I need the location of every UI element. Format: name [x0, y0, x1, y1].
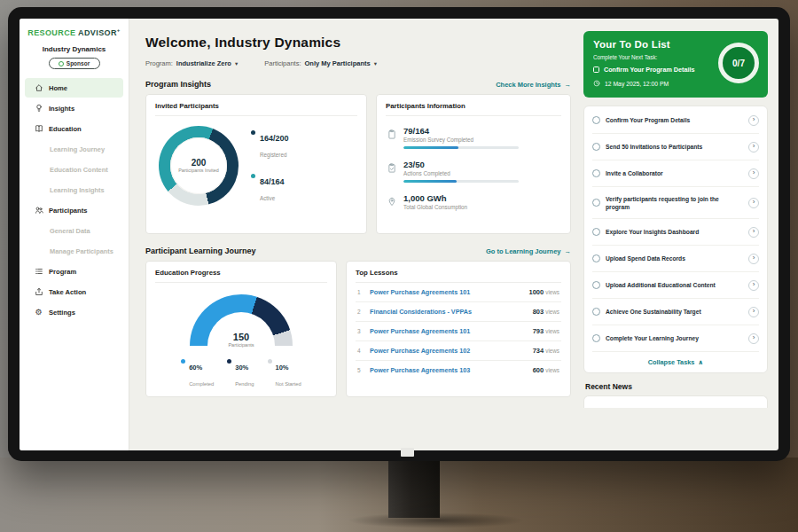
lesson-link[interactable]: Power Purchase Agreements 102 — [370, 347, 527, 355]
check-more-insights-link[interactable]: Check More Insights → — [496, 81, 571, 89]
consumption-value: 1,000 GWh — [403, 193, 467, 203]
chevron-right-icon[interactable]: › — [748, 254, 759, 264]
todo-next-task[interactable]: Confirm Your Program Details — [593, 66, 713, 74]
actions-progress-track — [403, 180, 519, 183]
sidebar-item-learning-journey[interactable]: Learning Journey — [25, 139, 123, 159]
lesson-link[interactable]: Power Purchase Agreements 101 — [370, 327, 527, 335]
collapse-tasks-link[interactable]: Collapse Tasks ∧ — [592, 352, 759, 371]
lesson-row[interactable]: 2 Financial Considerations - VPPAs 803 v… — [356, 302, 561, 322]
legend-item: 10% Not Started — [268, 357, 301, 389]
sidebar-item-participants[interactable]: Participants — [25, 200, 123, 220]
chevron-right-icon[interactable]: › — [748, 115, 759, 126]
chevron-right-icon[interactable]: › — [748, 307, 759, 317]
lesson-link[interactable]: Power Purchase Agreements 103 — [370, 366, 527, 374]
lesson-row[interactable]: 1 Power Purchase Agreements 101 1000 vie… — [356, 283, 561, 302]
chevron-right-icon[interactable]: › — [748, 168, 759, 179]
sidebar-item-settings[interactable]: ⚙ Settings — [25, 302, 123, 322]
task-checkbox[interactable] — [592, 254, 600, 262]
todo-datetime-label: 12 May 2025, 12:00 PM — [605, 81, 669, 87]
legend-label: Registered — [260, 152, 286, 158]
sidebar-item-program[interactable]: Program — [25, 262, 123, 281]
education-progress-gauge: 150 Participants — [190, 294, 293, 348]
task-row[interactable]: Explore Your Insights Dashboard › — [592, 219, 759, 246]
task-row[interactable]: Send 50 Invitations to Participants › — [592, 134, 759, 160]
lesson-row[interactable]: 5 Power Purchase Agreements 103 600 view… — [356, 361, 561, 379]
go-to-learning-journey-link[interactable]: Go to Learning Journey → — [486, 247, 571, 255]
actions-progress-fill — [403, 180, 457, 183]
task-row[interactable]: Verify participants requesting to join t… — [592, 187, 759, 219]
sidebar-item-label: Settings — [49, 309, 75, 317]
task-row[interactable]: Complete Your Learning Journey › — [592, 325, 759, 352]
lesson-row[interactable]: 3 Power Purchase Agreements 101 793 view… — [356, 322, 561, 341]
sidebar-item-learning-insights[interactable]: Learning Insights — [25, 180, 123, 200]
card-title: Participants Information — [386, 102, 561, 116]
legend-label: Pending — [235, 381, 254, 387]
chevron-down-icon: ▾ — [235, 60, 238, 67]
lesson-row[interactable]: 4 Power Purchase Agreements 102 734 view… — [356, 341, 561, 361]
actions-completed-label: Actions Completed — [403, 170, 519, 176]
chevron-right-icon[interactable]: › — [748, 227, 759, 238]
checkbox-icon[interactable] — [593, 66, 599, 73]
donut-center: 200 Participants Invited — [170, 137, 227, 194]
location-pin-icon — [387, 193, 397, 210]
lesson-views-count: 734 — [533, 347, 544, 355]
legend-item: 84/164 Active — [251, 172, 289, 204]
legend-item: 30% Pending — [227, 357, 254, 389]
chevron-right-icon[interactable]: › — [748, 280, 759, 291]
task-checkbox[interactable] — [592, 281, 600, 289]
gauge-center: 150 Participants — [190, 332, 293, 348]
task-row[interactable]: Invite a Collaborator › — [592, 160, 759, 187]
task-row[interactable]: Achieve One Sustainability Target › — [592, 299, 759, 325]
task-checkbox[interactable] — [592, 308, 600, 316]
program-filter[interactable]: Program: Industrialize Zero ▾ — [145, 59, 238, 67]
main-content: Welcome, Industry Dynamics Program: Indu… — [129, 19, 582, 450]
task-row[interactable]: Confirm Your Program Details › — [592, 107, 759, 134]
lesson-link[interactable]: Power Purchase Agreements 101 — [370, 288, 522, 296]
sidebar-item-manage-participants[interactable]: Manage Participants — [25, 241, 123, 261]
task-checkbox[interactable] — [592, 334, 600, 342]
card-title: Top Lessons — [356, 269, 561, 283]
chevron-right-icon[interactable]: › — [748, 333, 759, 344]
sidebar-item-label: Program — [49, 268, 76, 276]
task-label: Explore Your Insights Dashboard — [606, 228, 743, 236]
task-checkbox[interactable] — [592, 116, 600, 124]
chevron-up-icon: ∧ — [698, 358, 703, 366]
sidebar-item-label: Education — [49, 125, 82, 133]
participants-filter[interactable]: Participants: Only My Participants ▾ — [264, 59, 377, 67]
task-checkbox[interactable] — [592, 143, 600, 151]
task-label: Confirm Your Program Details — [606, 116, 743, 124]
learning-journey-title: Participant Learning Journey — [145, 246, 256, 255]
donut-center-value: 200 — [192, 158, 207, 168]
chevron-right-icon[interactable]: › — [748, 142, 759, 153]
task-checkbox[interactable] — [592, 199, 600, 207]
arrow-right-icon: → — [565, 81, 572, 89]
program-insights-header: Program Insights Check More Insights → — [145, 80, 571, 89]
emission-survey-row: 79/164 Emission Survey Completed — [387, 126, 559, 149]
lesson-views-count: 600 — [533, 366, 544, 374]
sidebar-item-take-action[interactable]: Take Action — [25, 282, 123, 301]
task-checkbox[interactable] — [592, 228, 600, 236]
clipboard-check-icon — [387, 160, 397, 183]
sidebar-subitem-label: Manage Participants — [50, 247, 113, 255]
sponsor-badge-label: Sponsor — [66, 60, 90, 66]
consumption-row: 1,000 GWh Total Global Consumption — [387, 193, 559, 210]
sidebar-item-insights[interactable]: Insights — [25, 98, 123, 118]
sidebar-item-general-data[interactable]: General Data — [25, 221, 123, 240]
task-row[interactable]: Upload Additional Educational Content › — [592, 272, 759, 299]
program-filter-value: Industrialize Zero — [176, 59, 231, 67]
recent-news-card — [583, 395, 768, 408]
lesson-link[interactable]: Financial Considerations - VPPAs — [370, 308, 527, 316]
link-label: Check More Insights — [496, 81, 560, 89]
chevron-right-icon[interactable]: › — [748, 198, 759, 208]
filters-bar: Program: Industrialize Zero ▾ Participan… — [145, 59, 571, 67]
legend-dot — [268, 359, 272, 364]
sidebar-item-education[interactable]: Education — [25, 119, 123, 138]
sidebar-item-home[interactable]: Home — [25, 78, 123, 98]
sponsor-badge[interactable]: Sponsor — [49, 58, 100, 69]
task-checkbox[interactable] — [592, 169, 600, 177]
task-row[interactable]: Upload Spend Data Records › — [592, 246, 759, 272]
home-icon — [34, 83, 43, 93]
sidebar-item-education-content[interactable]: Education Content — [25, 160, 123, 179]
participants-info-rows: 79/164 Emission Survey Completed 23/50 A… — [386, 116, 561, 210]
lesson-views-count: 1000 — [528, 288, 544, 296]
